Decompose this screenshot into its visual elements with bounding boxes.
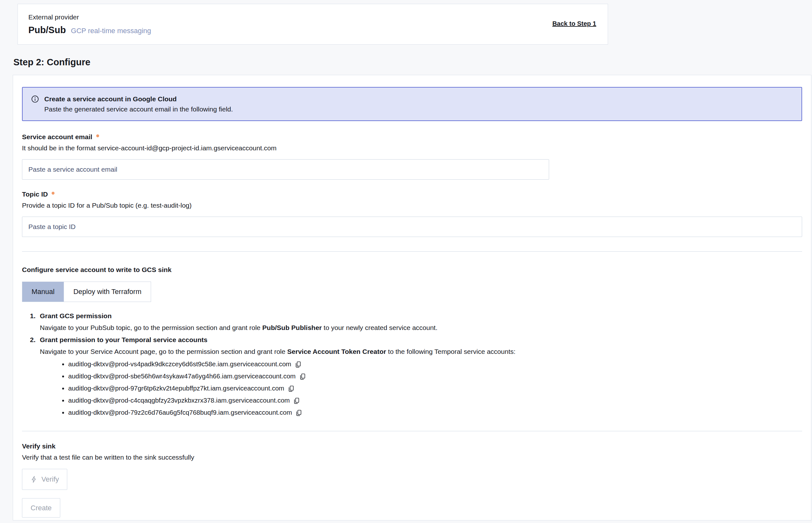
topic-id-helper: Provide a topic ID for a Pub/Sub topic (… <box>22 201 802 210</box>
copy-icon[interactable] <box>293 397 300 404</box>
step-1-body-suffix: to your newly created service account. <box>322 324 438 331</box>
info-icon <box>31 95 39 114</box>
step-2-title-row: 2. Grant permission to your Temporal ser… <box>30 336 802 344</box>
step-2-body-prefix: Navigate to your Service Account page, g… <box>40 348 287 355</box>
service-account-email-input[interactable] <box>22 159 549 180</box>
step-1-title-row: 1. Grant GCS permission <box>30 311 802 321</box>
step-1-body-prefix: Navigate to your PubSub topic, go to the… <box>40 324 262 331</box>
step-2-body: Navigate to your Service Account page, g… <box>40 347 802 356</box>
service-account-email: auditlog-dktxv@prod-c4cqaqgbfzy23vpzkbxz… <box>68 396 290 404</box>
service-account-email-label: Service account email <box>22 133 92 141</box>
verify-sink-helper: Verify that a test file can be written t… <box>22 453 802 462</box>
info-banner-body: Paste the generated service account emai… <box>44 105 233 114</box>
temporal-service-accounts-list: auditlog-dktxv@prod-vs4padk9dkczcey6d6st… <box>30 360 802 417</box>
service-account-email: auditlog-dktxv@prod-97gr6tp6zkv2t4epubff… <box>68 384 284 392</box>
service-account-email: auditlog-dktxv@prod-vs4padk9dkczcey6d6st… <box>68 360 291 368</box>
required-indicator <box>96 134 99 137</box>
service-account-email-field-group: Service account email It should be in th… <box>22 133 802 180</box>
list-item: auditlog-dktxv@prod-vs4padk9dkczcey6d6st… <box>68 360 802 368</box>
service-account-email-helper: It should be in the format service-accou… <box>22 144 802 152</box>
bolt-icon <box>30 475 37 483</box>
info-banner: Create a service account in Google Cloud… <box>22 87 802 121</box>
verify-sink-heading: Verify sink <box>22 442 802 451</box>
service-account-email: auditlog-dktxv@prod-sbe56h6wr4sykaw47a6y… <box>68 372 296 380</box>
topic-id-label: Topic ID <box>22 190 48 198</box>
provider-subtitle: GCP real-time messaging <box>71 27 151 35</box>
topic-id-field-group: Topic ID Provide a topic ID for a Pub/Su… <box>22 190 802 237</box>
step-1-body: Navigate to your PubSub topic, go to the… <box>40 323 802 332</box>
provider-title-row: Pub/Sub GCP real-time messaging <box>28 24 151 35</box>
verify-button-label: Verify <box>41 475 59 484</box>
create-button[interactable]: Create <box>22 498 60 518</box>
list-item: auditlog-dktxv@prod-97gr6tp6zkv2t4epubff… <box>68 384 802 392</box>
topic-id-label-row: Topic ID <box>22 190 802 198</box>
list-item: auditlog-dktxv@prod-sbe56h6wr4sykaw47a6y… <box>68 372 802 380</box>
required-indicator <box>52 192 54 195</box>
tab-deploy-with-terraform[interactable]: Deploy with Terraform <box>64 282 151 302</box>
provider-label: External provider <box>28 13 151 21</box>
divider <box>22 251 802 252</box>
verify-button[interactable]: Verify <box>22 469 67 490</box>
step-1-number: 1. <box>30 311 40 321</box>
list-item: auditlog-dktxv@prod-c4cqaqgbfzy23vpzkbxz… <box>68 396 802 404</box>
copy-icon[interactable] <box>295 361 301 368</box>
configure-tab-group: Manual Deploy with Terraform <box>22 282 151 302</box>
step-2: 2. Grant permission to your Temporal ser… <box>30 336 802 356</box>
step-2-title: Grant permission to your Temporal servic… <box>40 336 208 344</box>
step-1: 1. Grant GCS permission Navigate to your… <box>30 311 802 332</box>
copy-icon[interactable] <box>299 373 306 380</box>
configure-card: Create a service account in Google Cloud… <box>13 75 811 520</box>
step-1-title: Grant GCS permission <box>40 311 111 321</box>
page-title: Step 2: Configure <box>13 57 812 67</box>
info-banner-title: Create a service account in Google Cloud <box>44 94 233 104</box>
provider-info: External provider Pub/Sub GCP real-time … <box>28 13 151 35</box>
step-2-body-role: Service Account Token Creator <box>287 348 386 355</box>
service-account-email-label-row: Service account email <box>22 133 802 141</box>
copy-icon[interactable] <box>288 385 295 392</box>
info-banner-text: Create a service account in Google Cloud… <box>44 94 233 114</box>
step-2-number: 2. <box>30 336 40 344</box>
copy-icon[interactable] <box>296 409 302 417</box>
tab-manual[interactable]: Manual <box>22 282 64 302</box>
page: External provider Pub/Sub GCP real-time … <box>0 4 812 520</box>
step-1-body-role: Pub/Sub Publisher <box>262 324 322 331</box>
provider-card: External provider Pub/Sub GCP real-time … <box>18 4 608 44</box>
configure-section-heading: Configure service account to write to GC… <box>22 266 802 274</box>
manual-steps-list: 1. Grant GCS permission Navigate to your… <box>22 311 802 417</box>
provider-name: Pub/Sub <box>28 24 66 35</box>
list-item: auditlog-dktxv@prod-79z2c6d76au6g5fcq768… <box>68 408 802 417</box>
divider <box>22 431 802 431</box>
step-2-body-suffix: to the following Temporal service accoun… <box>386 348 516 355</box>
back-to-step-1-link[interactable]: Back to Step 1 <box>552 20 596 28</box>
service-account-email: auditlog-dktxv@prod-79z2c6d76au6g5fcq768… <box>68 408 292 417</box>
topic-id-input[interactable] <box>22 217 802 237</box>
